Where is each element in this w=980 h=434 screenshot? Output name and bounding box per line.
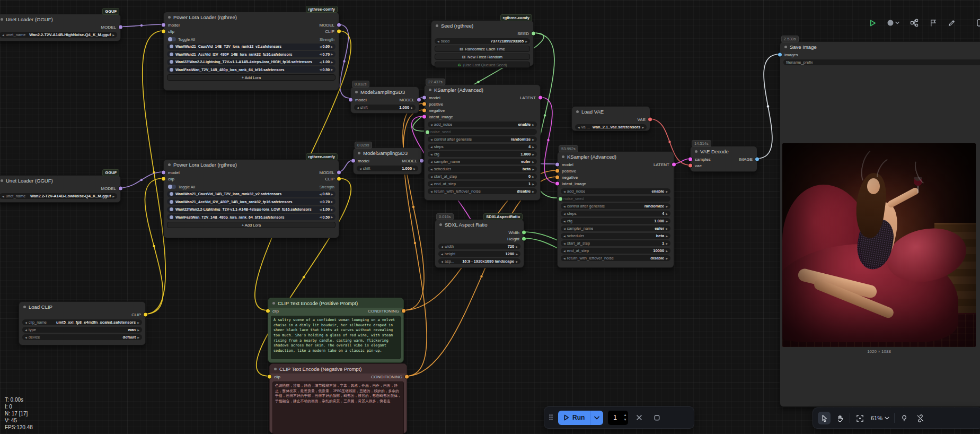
- input-dot-model[interactable]: [555, 163, 559, 167]
- increment-arrow-icon[interactable]: ▶: [532, 153, 534, 156]
- node-power-lora-loader-low[interactable]: rgthree-comfyPower Lora Loader (rgthree)…: [163, 159, 339, 238]
- button-new-fixed-random[interactable]: ⚄New Fixed Random: [435, 54, 530, 60]
- decrement-arrow-icon[interactable]: ◀: [430, 153, 432, 156]
- collapse-dot-icon[interactable]: [168, 16, 171, 19]
- increment-arrow-icon[interactable]: ▶: [516, 253, 518, 256]
- lora-strength[interactable]: ◀1.00▶: [320, 207, 333, 211]
- decrement-arrow-icon[interactable]: ◀: [563, 235, 566, 238]
- lora-row[interactable]: Wan\Wan21_CausVid_14B_T2V_lora_rank32_v2…: [167, 44, 336, 50]
- lora-strength[interactable]: ◀0.50▶: [320, 68, 333, 72]
- output-dot-MODEL[interactable]: [337, 171, 341, 175]
- decrement-arrow-icon[interactable]: ◀: [320, 60, 322, 64]
- widget-unet_name[interactable]: ◀unet_nameWan2.2-T2V-A14B-HighNoise-Q4_K…: [0, 32, 117, 38]
- widget-start_at_step[interactable]: ◀start_at_step1▶: [561, 240, 670, 246]
- increment-arrow-icon[interactable]: ▶: [532, 138, 534, 141]
- increment-arrow-icon[interactable]: ▶: [331, 200, 333, 203]
- decrement-arrow-icon[interactable]: ◀: [563, 220, 566, 223]
- widget-noise_seed[interactable]: noise_seed: [561, 196, 670, 202]
- node-seed-rgthree[interactable]: rgthree-comfySeed (rgthree)SEED◀seed7377…: [431, 20, 534, 66]
- node-model-sampling-sd3-low[interactable]: 0.029sModelSamplingSD3modelMODEL◀shift1.…: [353, 147, 422, 175]
- cancel-x-icon[interactable]: [633, 411, 646, 424]
- node-load-clip[interactable]: Load CLIPCLIP◀clip_nameumt5_xxl_fp8_e4m3…: [19, 301, 146, 345]
- increment-arrow-icon[interactable]: ▶: [112, 33, 114, 37]
- input-dot-clip[interactable]: [266, 309, 270, 313]
- widget-unet_name[interactable]: ◀unet_nameWan2.2-T2V-A14B-LowNoise-Q4_K_…: [0, 193, 117, 199]
- input-dot-noise_seed[interactable]: [426, 130, 429, 134]
- widget-asp...[interactable]: ◀asp...16:9 - 1920x1080 landscape▶: [438, 258, 520, 264]
- run-button[interactable]: Run: [558, 411, 603, 425]
- decrement-arrow-icon[interactable]: ◀: [2, 33, 4, 37]
- toggle-link-icon[interactable]: [914, 412, 926, 424]
- widget-steps[interactable]: ◀steps4▶: [428, 144, 537, 150]
- input-dot-clip[interactable]: [162, 177, 165, 181]
- increment-arrow-icon[interactable]: ▶: [331, 45, 333, 48]
- widget-shift[interactable]: ◀shift1.000▶: [354, 105, 416, 110]
- queue-circle-icon[interactable]: [886, 18, 900, 28]
- lora-row[interactable]: Wan\Wan21_AccVid_I2V_480P_14B_lora_rank3…: [167, 51, 336, 57]
- collapse-dot-icon[interactable]: [429, 89, 431, 91]
- collapse-dot-icon[interactable]: [562, 155, 564, 158]
- decrement-arrow-icon[interactable]: ◀: [25, 321, 27, 324]
- output-dot-CONDITIONING[interactable]: [405, 375, 409, 379]
- widget-shift[interactable]: ◀shift1.000▶: [357, 166, 418, 171]
- collapse-dot-icon[interactable]: [439, 223, 442, 226]
- increment-arrow-icon[interactable]: ▶: [532, 175, 534, 178]
- lora-strength[interactable]: ◀0.60▶: [320, 192, 333, 196]
- toggle-all-switch[interactable]: Toggle All: [168, 185, 195, 189]
- decrement-arrow-icon[interactable]: ◀: [563, 205, 566, 208]
- lora-row[interactable]: Wan\FastWan_T2V_14B_480p_lora_rank_64_bf…: [167, 214, 336, 220]
- widget-control after generate[interactable]: ◀control after generaterandomize▶: [561, 203, 670, 209]
- output-dot-MODEL[interactable]: [417, 98, 421, 102]
- lora-item[interactable]: Wan\Wan21_AccVid_I2V_480P_14B_lora_rank3…: [167, 198, 336, 205]
- output-dot-CLIP[interactable]: [144, 313, 147, 317]
- prompt-textarea[interactable]: A sultry scene of a confident woman loun…: [271, 316, 401, 359]
- collapse-dot-icon[interactable]: [23, 306, 26, 308]
- increment-arrow-icon[interactable]: ▶: [666, 212, 668, 215]
- decrement-arrow-icon[interactable]: ◀: [563, 212, 566, 215]
- node-power-lora-loader-high[interactable]: rgthree-comfyPower Lora Loader (rgthree)…: [163, 12, 339, 91]
- widget-device[interactable]: ◀devicedefault▶: [22, 334, 142, 340]
- widget-scheduler[interactable]: ◀schedulerbeta▶: [561, 233, 670, 239]
- input-dot-images[interactable]: [778, 53, 782, 57]
- lora-strength[interactable]: ◀1.00▶: [320, 60, 333, 64]
- decrement-arrow-icon[interactable]: ◀: [320, 215, 322, 219]
- lora-item[interactable]: Wan\Wan21_CausVid_14B_T2V_lora_rank32_v2…: [167, 191, 336, 197]
- decrement-arrow-icon[interactable]: ◀: [320, 200, 322, 203]
- widget-end_at_step[interactable]: ◀end_at_step1▶: [428, 181, 537, 187]
- decrement-arrow-icon[interactable]: ◀: [430, 175, 432, 178]
- lora-item[interactable]: Wan\FastWan_T2V_14B_480p_lora_rank_64_bf…: [167, 214, 336, 220]
- increment-arrow-icon[interactable]: ▶: [525, 40, 527, 43]
- cursor-tool[interactable]: [818, 412, 831, 424]
- node-vae-decode[interactable]: 14.514sVAE DecodesamplesIMAGEvae: [690, 146, 757, 172]
- lora-toggle-icon[interactable]: [170, 192, 173, 196]
- batch-stepper[interactable]: ▴▾: [624, 412, 626, 422]
- increment-arrow-icon[interactable]: ▶: [532, 190, 534, 193]
- increment-arrow-icon[interactable]: ▶: [666, 235, 668, 238]
- lora-toggle-icon[interactable]: [170, 60, 173, 64]
- output-dot-CLIP[interactable]: [337, 30, 341, 33]
- preview-image[interactable]: [782, 143, 976, 347]
- lora-toggle-icon[interactable]: [170, 207, 173, 211]
- node-unet-loader-high[interactable]: GGUFUnet Loader (GGUF)MODEL◀unet_nameWan…: [0, 14, 121, 41]
- clipped-edge-icon[interactable]: [976, 18, 980, 28]
- collapse-dot-icon[interactable]: [358, 152, 360, 154]
- increment-arrow-icon[interactable]: ▶: [642, 126, 644, 129]
- widget-filename_prefix[interactable]: filename_prefix: [783, 59, 980, 65]
- output-dot-LATENT[interactable]: [538, 96, 542, 100]
- drag-handle-icon[interactable]: [549, 414, 553, 421]
- widget-return_with_leftover_noise[interactable]: ◀return_with_leftover_noisedisable▶: [561, 255, 670, 261]
- input-dot-model[interactable]: [351, 159, 355, 163]
- run-play-icon[interactable]: [868, 18, 877, 28]
- widget-type[interactable]: ◀typewan▶: [22, 327, 142, 333]
- collapse-dot-icon[interactable]: [436, 24, 438, 27]
- increment-arrow-icon[interactable]: ▶: [666, 190, 668, 193]
- hand-tool[interactable]: [834, 412, 846, 424]
- increment-arrow-icon[interactable]: ▶: [666, 242, 668, 245]
- increment-arrow-icon[interactable]: ▶: [516, 260, 518, 263]
- increment-arrow-icon[interactable]: ▶: [411, 106, 413, 109]
- widget-width[interactable]: ◀width720▶: [438, 244, 520, 249]
- pencil-icon[interactable]: [947, 18, 956, 28]
- output-dot-IMAGE[interactable]: [755, 158, 759, 161]
- output-dot-MODEL[interactable]: [119, 25, 122, 29]
- decrement-arrow-icon[interactable]: ◀: [430, 190, 432, 193]
